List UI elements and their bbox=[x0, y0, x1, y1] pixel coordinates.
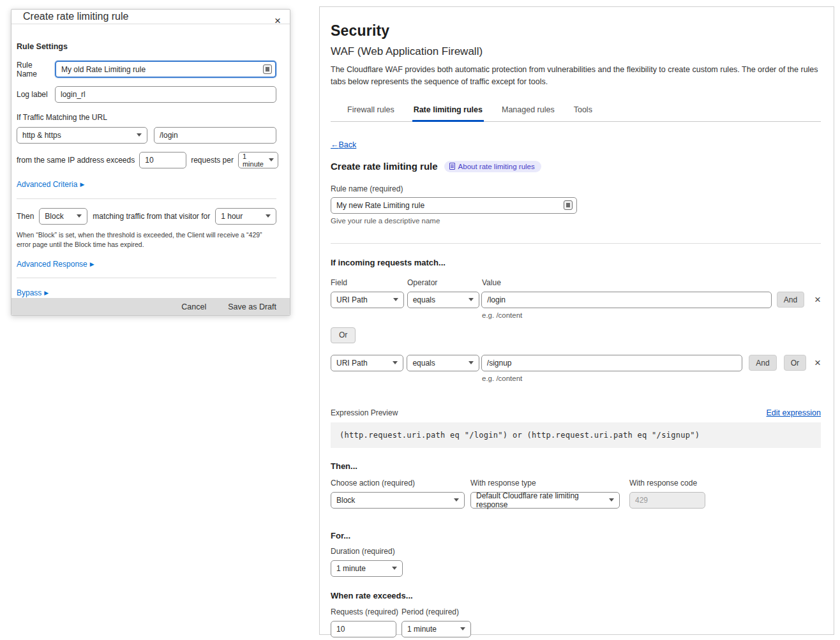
chevron-down-icon bbox=[393, 361, 398, 364]
autofill-extension-icon[interactable] bbox=[564, 200, 573, 210]
chevron-down-icon bbox=[393, 298, 398, 301]
back-arrow-icon: ← bbox=[331, 140, 339, 149]
field-column-label: Field bbox=[331, 278, 407, 287]
response-type-label: With response type bbox=[470, 479, 629, 487]
operator-select[interactable]: equals bbox=[407, 355, 479, 371]
chevron-down-icon bbox=[266, 214, 271, 218]
bypass-link[interactable]: Bypass▶ bbox=[17, 288, 49, 297]
requests-input[interactable] bbox=[331, 621, 396, 637]
remove-condition-icon[interactable]: × bbox=[814, 357, 821, 368]
autofill-extension-icon[interactable] bbox=[263, 64, 272, 74]
chevron-down-icon bbox=[392, 567, 397, 570]
choose-action-label: Choose action (required) bbox=[331, 479, 470, 487]
document-icon bbox=[449, 163, 455, 170]
modal-header: Create rate limiting rule × bbox=[11, 10, 290, 24]
expand-arrow-icon: ▶ bbox=[80, 181, 84, 188]
page-title: Security bbox=[331, 22, 821, 40]
tab-managed-rules[interactable]: Managed rules bbox=[500, 101, 556, 122]
duration-select[interactable]: 1 minute bbox=[331, 560, 403, 577]
requests-label: Requests (required) bbox=[331, 607, 401, 616]
tab-firewall-rules[interactable]: Firewall rules bbox=[346, 101, 396, 122]
rule-settings-heading: Rule Settings bbox=[17, 42, 276, 51]
chevron-down-icon bbox=[137, 133, 142, 137]
log-label-input[interactable] bbox=[55, 86, 276, 103]
or-button[interactable]: Or bbox=[784, 355, 806, 371]
remove-condition-icon[interactable]: × bbox=[814, 294, 821, 305]
requests-per-label: requests per bbox=[191, 156, 234, 165]
then-label: Then bbox=[17, 212, 34, 221]
rate-period-select[interactable]: 1 minute bbox=[401, 621, 471, 637]
divider bbox=[17, 198, 276, 199]
chevron-down-icon bbox=[460, 627, 465, 630]
rule-name-label: Rule name (required) bbox=[331, 184, 821, 193]
page-description: The Cloudflare WAF provides both automat… bbox=[331, 64, 821, 89]
match-row: URI Path equals And Or × bbox=[331, 355, 821, 371]
action-select[interactable]: Block bbox=[331, 492, 465, 509]
period-select[interactable]: 1 minute bbox=[238, 152, 278, 168]
chevron-down-icon bbox=[609, 498, 614, 502]
rule-name-input[interactable] bbox=[331, 197, 577, 214]
close-icon[interactable]: × bbox=[274, 15, 281, 27]
block-duration-select[interactable]: 1 hour bbox=[215, 208, 276, 225]
action-select[interactable]: Block bbox=[39, 208, 87, 225]
operator-column-label: Operator bbox=[407, 278, 482, 287]
rule-name-helper: Give your rule a descriptive name bbox=[331, 217, 821, 225]
scheme-select[interactable]: http & https bbox=[17, 127, 147, 144]
field-select[interactable]: URI Path bbox=[331, 355, 403, 371]
modal-title: Create rate limiting rule bbox=[23, 11, 128, 22]
modal-footer: Cancel Save as Draft bbox=[11, 298, 290, 315]
value-helper: e.g. /content bbox=[482, 375, 821, 382]
or-button[interactable]: Or bbox=[331, 327, 356, 343]
expand-arrow-icon: ▶ bbox=[44, 290, 49, 296]
period-label: Period (required) bbox=[401, 607, 459, 616]
tab-rate-limiting-rules[interactable]: Rate limiting rules bbox=[412, 101, 484, 122]
response-type-select[interactable]: Default Cloudflare rate limiting respons… bbox=[470, 492, 620, 509]
chevron-down-icon bbox=[77, 214, 82, 218]
and-button[interactable]: And bbox=[749, 355, 776, 371]
advanced-criteria-link[interactable]: Advanced Criteria▶ bbox=[17, 180, 84, 189]
about-rate-limiting-rules-badge[interactable]: About rate limiting rules bbox=[444, 161, 541, 172]
back-link[interactable]: ←Back bbox=[331, 140, 356, 149]
field-select[interactable]: URI Path bbox=[331, 292, 404, 308]
chevron-down-icon bbox=[269, 158, 274, 161]
tab-tools[interactable]: Tools bbox=[573, 101, 594, 122]
save-as-draft-button[interactable]: Save as Draft bbox=[228, 302, 276, 311]
rule-name-label: Rule Name bbox=[17, 61, 55, 78]
modal-body: Rule Settings Rule Name Log label If Tra… bbox=[11, 24, 290, 299]
cancel-button[interactable]: Cancel bbox=[181, 302, 206, 311]
screen: Create rate limiting rule × Rule Setting… bbox=[0, 0, 840, 640]
url-input[interactable] bbox=[154, 127, 276, 144]
expand-arrow-icon: ▶ bbox=[90, 261, 94, 267]
value-input[interactable] bbox=[481, 292, 771, 308]
page-subtitle: WAF (Web Application Firewall) bbox=[331, 45, 821, 58]
expression-preview-code: (http.request.uri.path eq "/login") or (… bbox=[331, 422, 821, 448]
waf-tabs: Firewall rules Rate limiting rules Manag… bbox=[331, 101, 821, 122]
chevron-down-icon bbox=[469, 361, 474, 364]
requests-threshold-input[interactable] bbox=[139, 152, 186, 168]
rate-heading: When rate exceeds... bbox=[331, 591, 821, 600]
edit-expression-link[interactable]: Edit expression bbox=[767, 408, 821, 417]
form-title: Create rate limiting rule bbox=[331, 161, 438, 172]
response-code-input bbox=[629, 492, 705, 509]
create-rate-limiting-rule-modal: Create rate limiting rule × Rule Setting… bbox=[11, 9, 290, 316]
divider bbox=[17, 278, 276, 278]
security-waf-panel: Security WAF (Web Application Firewall) … bbox=[319, 6, 834, 635]
block-note: When “Block” is set, when the threshold … bbox=[17, 230, 276, 251]
expression-preview-label: Expression Preview bbox=[331, 408, 398, 417]
then-heading: Then... bbox=[331, 461, 821, 471]
response-code-label: With response code bbox=[629, 479, 697, 487]
for-heading: For... bbox=[331, 531, 821, 540]
matching-traffic-label: matching traffic from that visitor for bbox=[93, 212, 210, 221]
match-row: URI Path equals And × bbox=[331, 292, 821, 308]
and-button[interactable]: And bbox=[777, 292, 804, 308]
log-label-label: Log label bbox=[17, 90, 55, 99]
value-helper: e.g. /content bbox=[482, 311, 821, 319]
value-input[interactable] bbox=[481, 355, 743, 371]
divider bbox=[331, 243, 821, 244]
chevron-down-icon bbox=[469, 298, 474, 301]
match-heading: If incoming requests match... bbox=[331, 258, 821, 267]
exceeds-label: from the same IP address exceeds bbox=[17, 156, 135, 165]
operator-select[interactable]: equals bbox=[407, 292, 480, 308]
advanced-response-link[interactable]: Advanced Response▶ bbox=[17, 260, 94, 269]
rule-name-input[interactable] bbox=[55, 61, 276, 78]
